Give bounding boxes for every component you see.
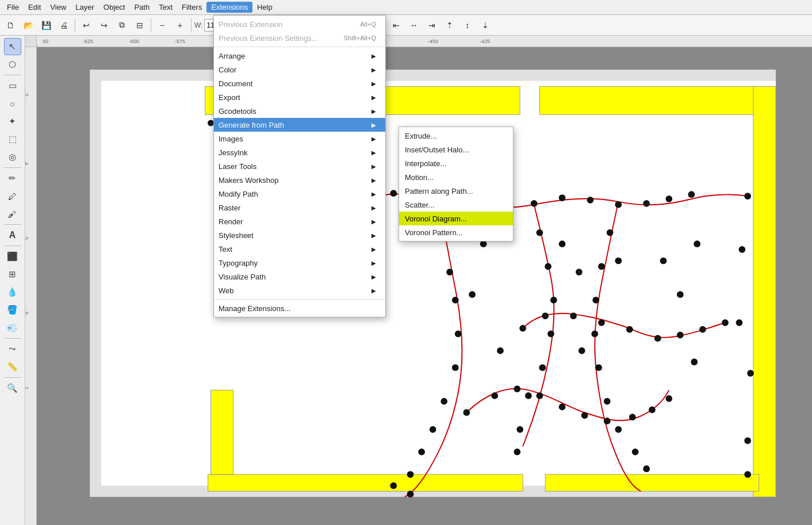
menubar-filters[interactable]: Filters [177,2,206,13]
submenu-voronoi-diagram[interactable]: Voronoi Diagram... [399,212,513,225]
tool-align-left[interactable]: ⇤ [388,17,404,33]
menu-prev-extension-settings[interactable]: Previous Extension Settings... Shift+Alt… [214,36,385,45]
svg-point-36 [559,194,566,201]
tool-align[interactable]: ⊟ [132,17,148,33]
tool-3d-box[interactable]: ⬚ [4,131,21,148]
submenu-extrude[interactable]: Extrude... [399,129,513,143]
svg-point-89 [559,240,566,247]
tool-redo[interactable]: ↪ [96,17,112,33]
svg-point-48 [441,398,447,405]
svg-point-98 [691,359,698,366]
svg-point-58 [516,426,523,433]
submenu-interpolate[interactable]: Interpolate... [399,156,513,170]
svg-point-86 [649,407,656,413]
menu-typography[interactable]: Typography ▶ [214,256,385,270]
menu-export[interactable]: Export ▶ [214,90,385,104]
menu-generate-from-path[interactable]: Generate from Path ▶ [214,118,385,132]
menu-images[interactable]: Images ▶ [214,132,385,145]
svg-text:-450: -450 [428,39,438,44]
menu-modify-path[interactable]: Modify Path ▶ [214,187,385,201]
submenu-scatter[interactable]: Scatter... [399,198,513,212]
tool-measure[interactable]: 📏 [4,358,21,375]
tool-zoom-out[interactable]: − [154,17,170,33]
tool-node[interactable]: ⬡ [4,56,21,73]
submenu-voronoi-pattern[interactable]: Voronoi Pattern... [399,225,513,239]
svg-point-99 [736,319,743,326]
tool-pen[interactable]: 🖊 [4,187,21,205]
menu-laser-tools[interactable]: Laser Tools ▶ [214,159,385,173]
menu-jessyink[interactable]: JessyInk ▶ [214,145,385,159]
menubar-view[interactable]: View [45,2,71,13]
menubar-text[interactable]: Text [154,2,177,13]
menu-raster[interactable]: Raster ▶ [214,201,385,214]
svg-text:-625: -625 [83,39,93,44]
tool-connector[interactable]: ⤳ [4,340,21,358]
menubar-path[interactable]: Path [129,2,154,13]
tool-sep1 [4,75,21,75]
menu-manage-extensions[interactable]: Manage Extensions... [214,301,385,315]
tool-align-right[interactable]: ⇥ [424,17,440,33]
menu-arrange[interactable]: Arrange ▶ [214,49,385,63]
tool-gradient[interactable]: ⬛ [4,248,21,265]
submenu-inset-outset-halo[interactable]: Inset/Outset Halo... [399,143,513,156]
tool-align-bottom[interactable]: ⇣ [477,17,493,33]
tool-undo[interactable]: ↩ [78,17,94,33]
tool-sep5 [4,338,21,339]
menu-visualize-path[interactable]: Visualize Path ▶ [214,270,385,283]
tool-new[interactable]: 🗋 [2,17,18,33]
svg-point-105 [390,482,397,489]
submenu-motion[interactable]: Motion... [399,170,513,184]
tool-center-v[interactable]: ↕ [459,17,476,33]
tool-ellipse[interactable]: ○ [4,95,21,112]
menu-web[interactable]: Web ▶ [214,283,385,297]
tool-align-top[interactable]: ⇡ [442,17,458,33]
svg-rect-20 [753,86,776,497]
tool-spray[interactable]: 💨 [4,319,21,336]
ruler-vertical: 3 4 5 6 7 [25,47,37,525]
svg-text:-425: -425 [480,39,490,44]
tool-calligraphy[interactable]: 🖋 [4,205,21,223]
svg-text:7: 7 [25,386,29,389]
svg-point-38 [615,201,622,208]
svg-rect-22 [545,474,759,491]
menubar-file[interactable]: File [2,2,24,13]
ruler-horizontal: 50 -625 -600 -575 -550 -525 -500 -475 -4… [37,36,812,47]
tool-text[interactable]: A [4,227,21,244]
tool-zoom[interactable]: 🔍 [4,380,21,397]
svg-point-50 [418,449,425,455]
menu-render[interactable]: Render ▶ [214,214,385,228]
tool-select[interactable]: ↖ [4,38,21,55]
menubar-extensions[interactable]: Extensions [206,2,252,13]
tool-duplicate[interactable]: ⧉ [114,17,130,33]
menu-document[interactable]: Document ▶ [214,76,385,90]
tool-mesh[interactable]: ⊞ [4,266,21,283]
svg-point-57 [525,392,532,399]
svg-point-103 [744,471,751,478]
svg-point-59 [514,449,520,455]
menu-makers-workshop[interactable]: Makers Workshop ▶ [214,173,385,187]
svg-rect-23 [210,390,233,474]
menubar-layer[interactable]: Layer [71,2,99,13]
tool-spiral[interactable]: ◎ [4,148,21,166]
menu-text[interactable]: Text ▶ [214,242,385,256]
menubar-edit[interactable]: Edit [24,2,45,13]
tool-dropper[interactable]: 💧 [4,283,21,301]
menubar-object[interactable]: Object [99,2,130,13]
tool-rect[interactable]: ▭ [4,77,21,94]
tool-print[interactable]: 🖨 [56,17,72,33]
tool-zoom-in[interactable]: + [172,17,188,33]
svg-point-64 [595,364,602,371]
tool-open[interactable]: 📂 [20,17,36,33]
menubar-help[interactable]: Help [252,2,277,13]
svg-point-80 [514,386,520,393]
menu-stylesheet[interactable]: Stylesheet ▶ [214,228,385,242]
menu-color[interactable]: Color ▶ [214,63,385,76]
tool-save[interactable]: 💾 [38,17,54,33]
tool-center-h[interactable]: ↔ [406,17,422,33]
tool-pencil[interactable]: ✏ [4,170,21,187]
tool-star[interactable]: ✦ [4,113,21,130]
svg-point-85 [629,413,636,420]
menu-gcodetools[interactable]: Gcodetools ▶ [214,104,385,118]
submenu-pattern-along-path[interactable]: Pattern along Path... [399,184,513,198]
tool-paint-bucket[interactable]: 🪣 [4,301,21,319]
